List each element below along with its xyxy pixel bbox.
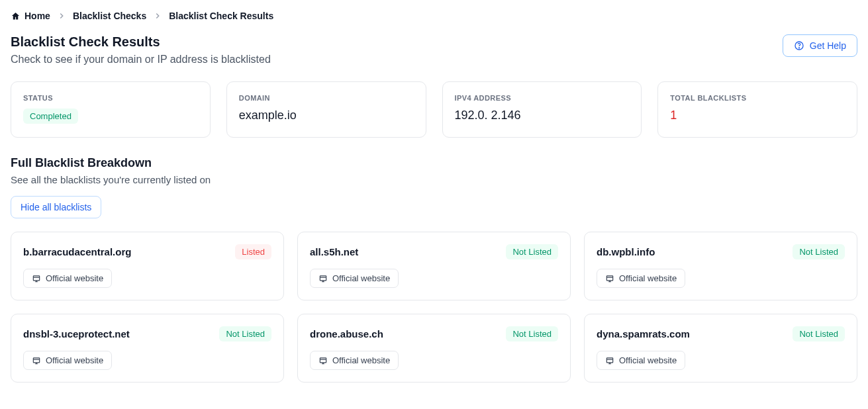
svg-point-1 xyxy=(798,48,799,48)
breadcrumb-current: Blacklist Check Results xyxy=(169,11,273,21)
website-icon xyxy=(318,356,328,365)
stat-total-value: 1 xyxy=(670,109,845,122)
official-website-label: Official website xyxy=(332,273,390,283)
stat-ip: IPV4 ADDRESS 192.0. 2.146 xyxy=(442,81,642,138)
website-icon xyxy=(318,274,328,283)
svg-rect-2 xyxy=(33,275,39,280)
page-title: Blacklist Check Results xyxy=(11,34,271,50)
blacklist-card: db.wpbl.infoNot ListedOfficial website xyxy=(584,232,857,300)
svg-rect-7 xyxy=(606,357,612,362)
blacklist-name: dyna.spamrats.com xyxy=(597,328,690,340)
blacklist-name: drone.abuse.ch xyxy=(310,328,383,340)
blacklist-card: dyna.spamrats.comNot ListedOfficial webs… xyxy=(584,314,857,383)
stat-ip-value: 192.0. 2.146 xyxy=(455,109,630,122)
page-subtitle: Check to see if your domain or IP addres… xyxy=(11,54,271,66)
stat-ip-label: IPV4 ADDRESS xyxy=(455,94,630,102)
blacklist-card: b.barracudacentral.orgListedOfficial web… xyxy=(11,232,284,300)
official-website-button[interactable]: Official website xyxy=(597,351,685,370)
breadcrumb: Home Blacklist Checks Blacklist Check Re… xyxy=(11,11,857,21)
chevron-right-icon xyxy=(57,11,66,21)
blacklist-status-badge: Not Listed xyxy=(506,244,558,259)
blacklist-card: all.s5h.netNot ListedOfficial website xyxy=(297,232,571,300)
blacklist-name: b.barracudacentral.org xyxy=(23,246,131,257)
official-website-label: Official website xyxy=(619,273,677,283)
breadcrumb-checks[interactable]: Blacklist Checks xyxy=(73,11,146,21)
website-icon xyxy=(605,274,614,283)
stats-row: STATUS Completed DOMAIN example.io IPV4 … xyxy=(11,81,857,138)
website-icon xyxy=(32,356,41,365)
blacklist-card-head: all.s5h.netNot Listed xyxy=(310,244,558,259)
svg-rect-4 xyxy=(606,275,612,280)
stat-status: STATUS Completed xyxy=(11,81,211,138)
blacklist-name: all.s5h.net xyxy=(310,246,358,257)
blacklist-card-head: drone.abuse.chNot Listed xyxy=(310,326,558,341)
official-website-button[interactable]: Official website xyxy=(597,269,685,288)
blacklist-name: dnsbl-3.uceprotect.net xyxy=(23,328,130,340)
get-help-button[interactable]: Get Help xyxy=(783,34,857,57)
breakdown-title: Full Blacklist Breakdown xyxy=(11,156,857,170)
official-website-label: Official website xyxy=(332,355,390,365)
blacklist-card-head: dyna.spamrats.comNot Listed xyxy=(597,326,845,341)
official-website-button[interactable]: Official website xyxy=(23,351,112,370)
breadcrumb-home-label: Home xyxy=(24,11,50,21)
blacklist-status-badge: Not Listed xyxy=(793,244,845,259)
website-icon xyxy=(605,356,614,365)
official-website-label: Official website xyxy=(46,355,103,365)
blacklist-status-badge: Not Listed xyxy=(793,326,845,341)
blacklist-card: dnsbl-3.uceprotect.netNot ListedOfficial… xyxy=(11,314,284,383)
official-website-button[interactable]: Official website xyxy=(310,269,399,288)
get-help-label: Get Help xyxy=(810,40,846,51)
blacklist-card-head: dnsbl-3.uceprotect.netNot Listed xyxy=(23,326,271,341)
home-icon xyxy=(11,11,21,21)
blacklist-card-head: db.wpbl.infoNot Listed xyxy=(597,244,845,259)
blacklist-grid: b.barracudacentral.orgListedOfficial web… xyxy=(11,232,857,383)
stat-domain-label: DOMAIN xyxy=(239,94,414,102)
official-website-label: Official website xyxy=(619,355,677,365)
stat-domain: DOMAIN example.io xyxy=(226,81,426,138)
stat-total-label: TOTAL BLACKLISTS xyxy=(670,94,845,102)
official-website-button[interactable]: Official website xyxy=(23,269,112,288)
chevron-right-icon xyxy=(153,11,162,21)
breadcrumb-home[interactable]: Home xyxy=(11,11,50,21)
blacklist-card: drone.abuse.chNot ListedOfficial website xyxy=(297,314,571,383)
help-icon xyxy=(794,40,804,51)
blacklist-name: db.wpbl.info xyxy=(597,246,655,257)
breadcrumb-checks-label: Blacklist Checks xyxy=(73,11,146,21)
page-header: Blacklist Check Results Check to see if … xyxy=(11,34,857,66)
blacklist-status-badge: Not Listed xyxy=(219,326,271,341)
breakdown-subtitle: See all the blacklists you're currently … xyxy=(11,174,857,185)
page-header-text: Blacklist Check Results Check to see if … xyxy=(11,34,271,66)
stat-status-label: STATUS xyxy=(23,94,198,102)
website-icon xyxy=(32,274,41,283)
official-website-button[interactable]: Official website xyxy=(310,351,399,370)
svg-rect-5 xyxy=(33,357,39,362)
stat-total: TOTAL BLACKLISTS 1 xyxy=(657,81,857,138)
status-badge: Completed xyxy=(23,109,78,124)
blacklist-status-badge: Listed xyxy=(235,244,271,259)
blacklist-card-head: b.barracudacentral.orgListed xyxy=(23,244,271,259)
toggle-blacklists-button[interactable]: Hide all blacklists xyxy=(11,196,101,218)
breadcrumb-current-label: Blacklist Check Results xyxy=(169,11,273,21)
stat-domain-value: example.io xyxy=(239,109,414,122)
svg-rect-3 xyxy=(320,275,326,280)
svg-rect-6 xyxy=(320,357,326,362)
official-website-label: Official website xyxy=(46,273,103,283)
blacklist-status-badge: Not Listed xyxy=(506,326,558,341)
